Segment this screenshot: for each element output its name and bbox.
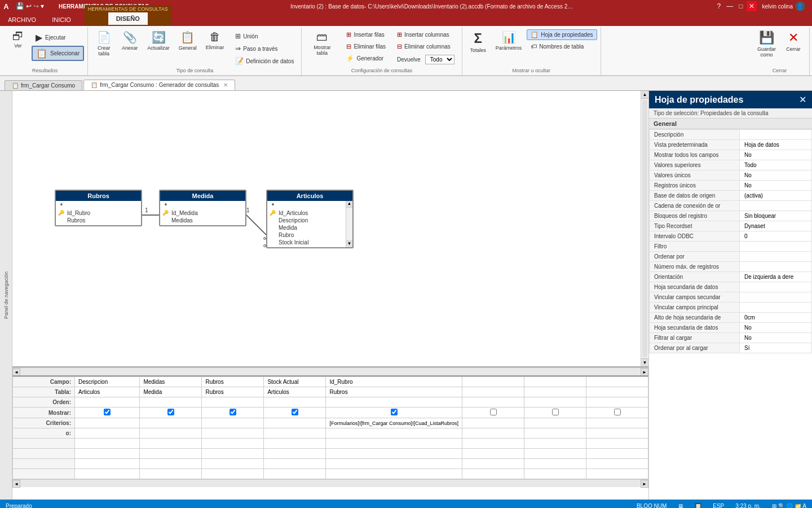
criterios-col-3[interactable]: [264, 418, 326, 428]
o-col-6[interactable]: [524, 428, 586, 439]
hscroll-right-btn[interactable]: ►: [641, 368, 648, 376]
diagram-vscroll[interactable]: ▲ ▼: [641, 91, 648, 366]
btn-eliminar-filas[interactable]: ⊟ Eliminar filas: [342, 41, 390, 52]
btn-insertar-filas[interactable]: ⊞ Insertar filas: [342, 29, 390, 40]
prop-value-16[interactable]: [740, 292, 812, 303]
o-col-0[interactable]: [75, 428, 140, 439]
help-btn[interactable]: ?: [715, 1, 723, 11]
orden-col-5[interactable]: [462, 397, 524, 408]
btn-ver[interactable]: 🗗 Ver: [6, 28, 30, 51]
prop-value-17[interactable]: [740, 303, 812, 313]
o-col-7[interactable]: [586, 428, 648, 439]
mostrar-col-4[interactable]: [326, 408, 462, 418]
grid-hscroll-right[interactable]: ►: [641, 480, 648, 488]
qat-undo-btn[interactable]: ↩: [26, 2, 32, 10]
orden-col-7[interactable]: [586, 397, 648, 408]
prop-value-10[interactable]: 0: [740, 231, 812, 242]
btn-hoja-propiedades[interactable]: 📋 Hoja de propiedades: [527, 29, 597, 40]
maximize-btn[interactable]: □: [736, 1, 745, 11]
mostrar-col-2[interactable]: [202, 408, 264, 418]
grid-hscroll-left[interactable]: ◄: [12, 480, 20, 488]
table-articulos[interactable]: Articulos * Id_Articulos Descripcion Med…: [266, 190, 354, 248]
campo-col-2[interactable]: Rubros: [202, 377, 264, 387]
criterios-col-0[interactable]: [75, 418, 140, 428]
chk-mostrar-3[interactable]: [292, 409, 298, 415]
campo-col-1[interactable]: Medidas: [140, 377, 202, 387]
campo-col-7[interactable]: [586, 377, 648, 387]
articulos-scroll-up[interactable]: ▲: [346, 201, 352, 208]
prop-value-19[interactable]: No: [740, 323, 812, 333]
criterios-col-4[interactable]: [Formularios]![frm_Cargar Consumo]![Cuad…: [326, 418, 462, 428]
prop-value-21[interactable]: Sí: [740, 343, 812, 353]
tabla-col-0[interactable]: Articulos: [75, 387, 140, 397]
chk-mostrar-2[interactable]: [230, 409, 236, 415]
prop-value-13[interactable]: [740, 262, 812, 272]
o-col-3[interactable]: [264, 428, 326, 439]
prop-value-15[interactable]: [740, 282, 812, 292]
mostrar-col-0[interactable]: [75, 408, 140, 418]
chk-mostrar-0[interactable]: [104, 409, 111, 415]
orden-col-2[interactable]: [202, 397, 264, 408]
orden-col-1[interactable]: [140, 397, 202, 408]
btn-ejecutar[interactable]: ▶ Ejecutar: [32, 30, 70, 45]
tabla-col-3[interactable]: Articulos: [264, 387, 326, 397]
tabla-col-1[interactable]: Medida: [140, 387, 202, 397]
grid-hscroll-track[interactable]: [20, 480, 641, 487]
btn-generador[interactable]: ⚡ Generador: [342, 53, 390, 64]
tab-archivo[interactable]: ARCHIVO: [0, 14, 44, 26]
campo-col-3[interactable]: Stock Actual: [264, 377, 326, 387]
tab-diseno[interactable]: DISEÑO: [108, 12, 148, 25]
doc-tab-1[interactable]: 📋 frm_Cargar Consumo: [5, 80, 82, 90]
btn-general[interactable]: 📋 General: [175, 28, 201, 53]
o-col-1[interactable]: [140, 428, 202, 439]
criterios-col-2[interactable]: [202, 418, 264, 428]
hscroll-track[interactable]: [20, 368, 641, 375]
grid-hscroll[interactable]: ◄ ►: [12, 479, 648, 487]
tabla-col-4[interactable]: Rubros: [326, 387, 462, 397]
prop-value-18[interactable]: 0cm: [740, 313, 812, 323]
prop-value-7[interactable]: [740, 201, 812, 211]
criterios-col-6[interactable]: [524, 418, 586, 428]
prop-value-8[interactable]: Sin bloquear: [740, 211, 812, 221]
table-medida[interactable]: Medida * Id_Medida Medidas: [159, 190, 246, 226]
orden-col-3[interactable]: [264, 397, 326, 408]
articulos-scroll-down[interactable]: ▼: [346, 240, 352, 247]
campo-col-0[interactable]: Descripcion: [75, 377, 140, 387]
chk-mostrar-6[interactable]: [552, 409, 559, 415]
btn-totales[interactable]: Σ Totales: [466, 28, 491, 55]
tabla-col-5[interactable]: [462, 387, 524, 397]
mostrar-col-1[interactable]: [140, 408, 202, 418]
prop-value-5[interactable]: No: [740, 181, 812, 191]
mostrar-col-3[interactable]: [264, 408, 326, 418]
chk-mostrar-1[interactable]: [167, 409, 174, 415]
criterios-col-1[interactable]: [140, 418, 202, 428]
prop-value-0[interactable]: [740, 130, 812, 140]
mostrar-col-6[interactable]: [524, 408, 586, 418]
btn-union[interactable]: ⊞ Unión: [231, 30, 298, 42]
prop-value-3[interactable]: Todo: [740, 160, 812, 170]
prop-value-14[interactable]: De izquierda a dere: [740, 272, 812, 282]
btn-eliminar-columnas[interactable]: ⊟ Eliminar columnas: [393, 41, 458, 52]
btn-mostrar-tabla[interactable]: 🗃 Mostrartabla: [305, 28, 339, 58]
prop-value-1[interactable]: Hoja de datos: [740, 140, 812, 150]
qat-more-btn[interactable]: ▾: [41, 2, 44, 10]
prop-value-11[interactable]: [740, 242, 812, 252]
tabla-col-2[interactable]: Rubros: [202, 387, 264, 397]
mostrar-col-5[interactable]: [462, 408, 524, 418]
criterios-col-7[interactable]: [586, 418, 648, 428]
prop-value-20[interactable]: No: [740, 333, 812, 343]
btn-eliminar[interactable]: 🗑 Eliminar: [202, 28, 228, 52]
prop-value-12[interactable]: [740, 252, 812, 262]
tab-inicio[interactable]: INICIO: [44, 14, 79, 26]
diagram-scroll-down-btn[interactable]: ▼: [641, 358, 648, 366]
chk-mostrar-4[interactable]: [391, 409, 398, 415]
prop-value-6[interactable]: (activa): [740, 191, 812, 201]
btn-anexar[interactable]: 📎 Anexar: [117, 28, 142, 53]
prop-value-2[interactable]: No: [740, 150, 812, 160]
orden-col-6[interactable]: [524, 397, 586, 408]
close-btn[interactable]: ✕: [747, 1, 757, 11]
orden-col-0[interactable]: [75, 397, 140, 408]
btn-devuelve[interactable]: Devuelve Todo 5 25 100: [393, 53, 458, 66]
btn-nombres-tabla[interactable]: 🏷 Nombres de tabla: [527, 41, 597, 51]
btn-cerrar[interactable]: ✕ Cerrar: [781, 28, 806, 54]
